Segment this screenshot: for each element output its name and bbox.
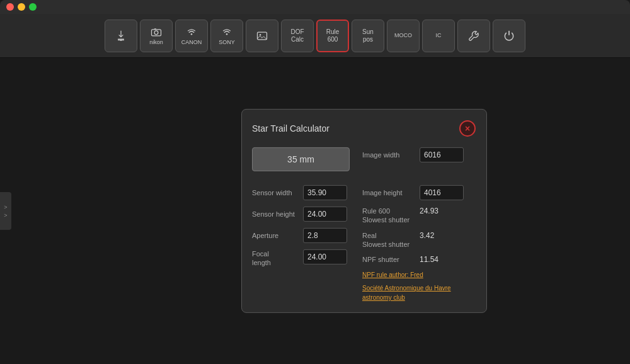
npf-shutter-label: NPF shutter	[362, 256, 416, 263]
usb-icon	[115, 30, 127, 42]
toolbar: nikon CANON SONY DOFCalc Rule600	[0, 14, 630, 58]
rule600-label: Rule600	[326, 28, 340, 43]
aperture-label: Aperture	[252, 232, 299, 239]
real-slowest-value: 3.42	[420, 231, 434, 240]
toolbar-btn-moco[interactable]: MOCO	[387, 20, 420, 52]
side-handle[interactable]: > >	[0, 192, 11, 230]
canon-label: CANON	[181, 40, 202, 46]
image-icon	[256, 30, 268, 42]
real-slowest-row: RealSlowest shutter 3.42	[362, 231, 476, 249]
power-icon	[503, 30, 515, 42]
sony-label: SONY	[219, 40, 235, 46]
focal-length-input[interactable]	[303, 249, 347, 264]
star-trail-dialog: Star Trail Calculator × 35 mm Image widt…	[241, 109, 487, 313]
window-chrome	[0, 0, 630, 14]
toolbar-btn-usb[interactable]	[105, 20, 137, 52]
dialog-close-button[interactable]: ×	[459, 120, 476, 137]
close-traffic-light[interactable]	[6, 3, 14, 11]
sensor-width-label: Sensor width	[252, 189, 299, 196]
toolbar-btn-nikon[interactable]: nikon	[140, 20, 173, 52]
moco-label: MOCO	[394, 33, 412, 39]
rule600-slowest-row: Rule 600Slowest shutter 24.93	[362, 207, 476, 225]
minimize-traffic-light[interactable]	[18, 3, 25, 11]
focal-length-label: Focallength	[252, 249, 299, 268]
aperture-row: Aperture	[252, 228, 356, 243]
main-area: > > Star Trail Calculator × 35 mm Image …	[0, 58, 630, 364]
image-height-input[interactable]	[420, 185, 464, 200]
side-arrow-1: >	[4, 204, 7, 210]
side-arrow-2: >	[4, 212, 7, 219]
svg-point-5	[226, 33, 228, 35]
image-height-label: Image height	[362, 189, 416, 196]
toolbar-btn-dof-calc[interactable]: DOFCalc	[281, 20, 314, 52]
svg-point-7	[260, 34, 261, 36]
sunpos-label: Sunpos	[362, 28, 374, 43]
toolbar-btn-sony[interactable]: SONY	[210, 20, 243, 52]
rule600-slowest-value: 24.93	[420, 207, 438, 215]
sensor-width-row: Sensor width	[252, 185, 356, 200]
toolbar-btn-tools[interactable]	[457, 20, 490, 52]
npf-shutter-value: 11.54	[420, 255, 438, 264]
left-fields: Sensor width Sensor height Aperture Foca…	[252, 185, 356, 302]
middle-rows: Sensor width Sensor height Aperture Foca…	[252, 185, 476, 302]
focal-btn-col: 35 mm	[252, 147, 356, 179]
npf-shutter-row: NPF shutter 11.54	[362, 255, 476, 264]
toolbar-btn-ic[interactable]: IC	[422, 20, 455, 52]
image-width-input[interactable]	[420, 147, 464, 162]
aperture-input[interactable]	[303, 228, 347, 243]
toolbar-btn-canon[interactable]: CANON	[175, 20, 208, 52]
dialog-header: Star Trail Calculator ×	[252, 120, 476, 137]
tools-icon	[467, 30, 480, 42]
toolbar-btn-power[interactable]	[493, 20, 525, 52]
svg-point-0	[120, 39, 122, 40]
ic-label: IC	[436, 33, 442, 39]
svg-point-2	[154, 30, 158, 34]
image-width-col: Image width	[362, 147, 476, 169]
dof-calc-label: DOFCalc	[290, 28, 304, 43]
svg-rect-3	[154, 28, 156, 30]
sony-wifi-icon	[220, 26, 233, 38]
toolbar-btn-rule600[interactable]: Rule600	[316, 20, 349, 52]
focal-length-row: Focallength	[252, 249, 356, 268]
maximize-traffic-light[interactable]	[29, 3, 37, 11]
sensor-width-input[interactable]	[303, 185, 347, 200]
sensor-height-row: Sensor height	[252, 207, 356, 222]
nikon-icon	[150, 26, 163, 38]
canon-wifi-icon	[185, 26, 198, 38]
sensor-height-input[interactable]	[303, 207, 347, 222]
close-x-icon: ×	[459, 120, 476, 137]
npf-author-link[interactable]: NPF rule author: Fred	[362, 270, 476, 280]
svg-point-4	[191, 33, 193, 35]
top-row: 35 mm Image width	[252, 147, 476, 179]
rule600-slowest-label: Rule 600Slowest shutter	[362, 207, 416, 225]
focal-length-button[interactable]: 35 mm	[252, 147, 350, 171]
image-height-row: Image height	[362, 185, 476, 200]
dialog-body: 35 mm Image width Sensor width	[252, 147, 476, 302]
dialog-title: Star Trail Calculator	[252, 123, 329, 134]
right-fields: Image height Rule 600Slowest shutter 24.…	[362, 185, 476, 302]
image-width-label: Image width	[362, 151, 416, 159]
toolbar-btn-sunpos[interactable]: Sunpos	[352, 20, 384, 52]
nikon-label: nikon	[149, 40, 163, 46]
toolbar-btn-image[interactable]	[246, 20, 278, 52]
sensor-height-label: Sensor height	[252, 210, 299, 218]
real-slowest-label: RealSlowest shutter	[362, 231, 416, 249]
image-width-row: Image width	[362, 147, 476, 162]
npf-club-link[interactable]: Société Astronomique du Havre astronomy …	[362, 283, 476, 302]
npf-link-area: NPF rule author: Fred Société Astronomiq…	[362, 270, 476, 302]
